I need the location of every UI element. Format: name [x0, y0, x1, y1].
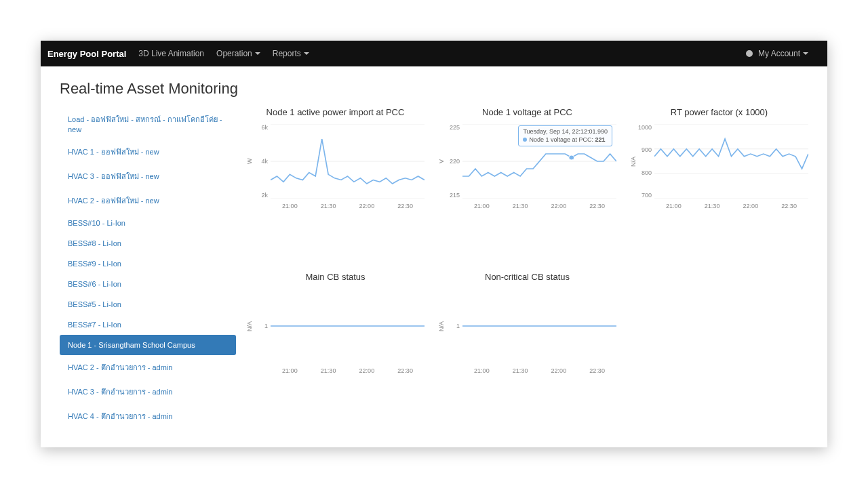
y-tick: 215 — [450, 192, 460, 199]
y-axis-ticks: 1 — [254, 289, 271, 363]
chevron-down-icon — [304, 52, 309, 55]
y-tick: 700 — [642, 192, 652, 199]
x-tick: 21:00 — [666, 203, 682, 209]
navbar: Energy Pool Portal 3D Live Animation Ope… — [41, 41, 827, 66]
chart-power-factor: RT power factor (x 1000)N/A1000900800700… — [630, 107, 808, 264]
y-tick: 2k — [261, 192, 268, 199]
sidebar-item-label: HVAC 3 - ออฟฟิสใหม่ - new — [68, 172, 159, 180]
y-tick: 1 — [264, 323, 268, 329]
chevron-down-icon — [803, 52, 808, 55]
x-tick: 22:30 — [589, 203, 605, 209]
sidebar-item[interactable]: HVAC 2 - ตึกอำนวยการ - admin — [60, 355, 236, 380]
x-tick: 21:00 — [282, 203, 298, 209]
chart-title: Node 1 voltage at PCC — [438, 107, 616, 117]
x-axis-ticks: 21:0021:3022:0022:30 — [246, 367, 425, 374]
sidebar-item[interactable]: BESS#9 - Li-Ion — [60, 253, 236, 274]
y-tick: 1000 — [638, 124, 652, 131]
series-line — [462, 154, 616, 176]
x-tick: 21:00 — [474, 367, 490, 374]
nav-3d-live-animation[interactable]: 3D Live Animation — [138, 49, 204, 58]
x-axis-ticks: 21:0021:3022:0022:30 — [438, 203, 616, 209]
tooltip-series-name: Node 1 voltage at PCC — [529, 136, 591, 143]
content: Real-time Asset Monitoring Load - ออฟฟิส… — [41, 66, 827, 447]
tooltip-value: 221 — [595, 136, 605, 143]
sidebar-item[interactable]: HVAC 2 - ออฟฟิสใหม่ - new — [60, 188, 236, 213]
x-tick: 22:00 — [359, 203, 375, 209]
x-tick: 22:30 — [397, 203, 413, 209]
plot-area[interactable] — [462, 289, 616, 363]
sidebar-item[interactable]: HVAC 3 - ตึกอำนวยการ - admin — [60, 380, 236, 404]
sidebar-item[interactable]: BESS#10 - Li-Ion — [60, 213, 236, 233]
chart-title: Non-critical CB status — [438, 272, 616, 282]
sidebar-item[interactable]: HVAC 1 - ออฟฟิสใหม่ - new — [60, 140, 236, 164]
chart-main-cb: Main CB statusN/A121:0021:3022:0022:30 — [246, 272, 425, 428]
x-tick: 22:00 — [551, 203, 567, 209]
y-axis-label: N/A — [246, 289, 254, 363]
sidebar-item-label: BESS#6 - Li-Ion — [68, 280, 121, 288]
x-tick: 21:30 — [321, 367, 336, 374]
sidebar-item-label: BESS#10 - Li-Ion — [68, 219, 125, 227]
brand[interactable]: Energy Pool Portal — [47, 49, 126, 59]
y-tick: 800 — [642, 169, 652, 176]
plot-area[interactable] — [654, 124, 808, 199]
y-axis-label: W — [246, 124, 254, 199]
chart-title: RT power factor (x 1000) — [630, 107, 808, 117]
y-axis-ticks: 225220215 — [446, 124, 462, 199]
sidebar-item-label: HVAC 3 - ตึกอำนวยการ - admin — [68, 388, 172, 396]
x-tick: 21:00 — [474, 203, 490, 209]
y-axis-ticks: 6k4k2k — [254, 124, 271, 199]
sidebar-item[interactable]: BESS#5 - Li-Ion — [60, 294, 236, 314]
y-tick: 4k — [261, 158, 268, 165]
x-tick: 22:30 — [589, 367, 605, 374]
sidebar-item-label: HVAC 4 - ตึกอำนวยการ - admin — [68, 412, 172, 420]
sidebar-item[interactable]: HVAC 3 - ออฟฟิสใหม่ - new — [60, 164, 236, 188]
x-tick: 21:30 — [513, 203, 528, 209]
sidebar: Load - ออฟฟิสใหม่ - สหกรณ์ - กาแฟโคกอีโค… — [60, 107, 236, 428]
series-color-dot — [523, 138, 527, 142]
tooltip-timestamp: Tuesday, Sep 14, 22:12:01.990 — [523, 128, 608, 136]
y-tick: 220 — [450, 158, 460, 165]
charts-grid: Node 1 active power import at PCCW6k4k2k… — [236, 107, 808, 428]
sidebar-item[interactable]: HVAC 4 - ตึกอำนวยการ - admin — [60, 404, 236, 428]
y-axis-label: V — [438, 124, 446, 199]
chart-title: Node 1 active power import at PCC — [246, 107, 425, 117]
page-title: Real-time Asset Monitoring — [60, 80, 808, 98]
x-tick: 21:30 — [705, 203, 720, 209]
sidebar-item[interactable]: BESS#8 - Li-Ion — [60, 233, 236, 253]
sidebar-item[interactable]: BESS#7 - Li-Ion — [60, 314, 236, 335]
app-window: Energy Pool Portal 3D Live Animation Ope… — [41, 41, 827, 447]
nav-item-label: Operation — [216, 49, 252, 58]
y-axis-label: N/A — [438, 289, 446, 363]
sidebar-item-label: HVAC 1 - ออฟฟิสใหม่ - new — [68, 148, 159, 156]
x-tick: 21:30 — [513, 367, 528, 374]
x-axis-ticks: 21:0021:3022:0022:30 — [438, 367, 616, 374]
nav-my-account[interactable]: My Account — [746, 49, 808, 58]
sidebar-item[interactable]: Load - ออฟฟิสใหม่ - สหกรณ์ - กาแฟโคกอีโค… — [60, 107, 236, 140]
nav-item-label: 3D Live Animation — [138, 49, 204, 58]
plot-area[interactable]: Tuesday, Sep 14, 22:12:01.990Node 1 volt… — [462, 124, 616, 199]
sidebar-item-label: Load - ออฟฟิสใหม่ - สหกรณ์ - กาแฟโคกอีโค… — [68, 115, 222, 134]
plot-area[interactable] — [271, 289, 425, 363]
y-tick: 900 — [642, 146, 652, 153]
sidebar-item-label: BESS#5 - Li-Ion — [68, 300, 121, 308]
chart-title: Main CB status — [246, 272, 425, 282]
series-line — [654, 139, 808, 169]
y-axis-label: N/A — [630, 124, 638, 199]
chart-noncrit-cb: Non-critical CB statusN/A121:0021:3022:0… — [438, 272, 616, 428]
nav-item-label: Reports — [273, 49, 301, 58]
y-axis-ticks: 1000900800700 — [638, 124, 654, 199]
x-tick: 21:00 — [282, 367, 298, 374]
sidebar-item-label: HVAC 2 - ออฟฟิสใหม่ - new — [68, 197, 159, 205]
chart-tooltip: Tuesday, Sep 14, 22:12:01.990Node 1 volt… — [518, 125, 612, 146]
x-tick: 22:30 — [397, 367, 413, 374]
sidebar-item[interactable]: BESS#6 - Li-Ion — [60, 274, 236, 294]
sidebar-item-label: BESS#8 - Li-Ion — [68, 239, 121, 247]
nav-operation[interactable]: Operation — [216, 49, 260, 58]
chart-active-power: Node 1 active power import at PCCW6k4k2k… — [246, 107, 425, 264]
x-tick: 21:30 — [321, 203, 336, 209]
sidebar-item-label: Node 1 - Srisangtham School Campus — [68, 341, 195, 349]
nav-reports[interactable]: Reports — [273, 49, 309, 58]
sidebar-item[interactable]: Node 1 - Srisangtham School Campus — [60, 335, 236, 355]
plot-area[interactable] — [271, 124, 425, 199]
hover-marker — [569, 155, 574, 160]
